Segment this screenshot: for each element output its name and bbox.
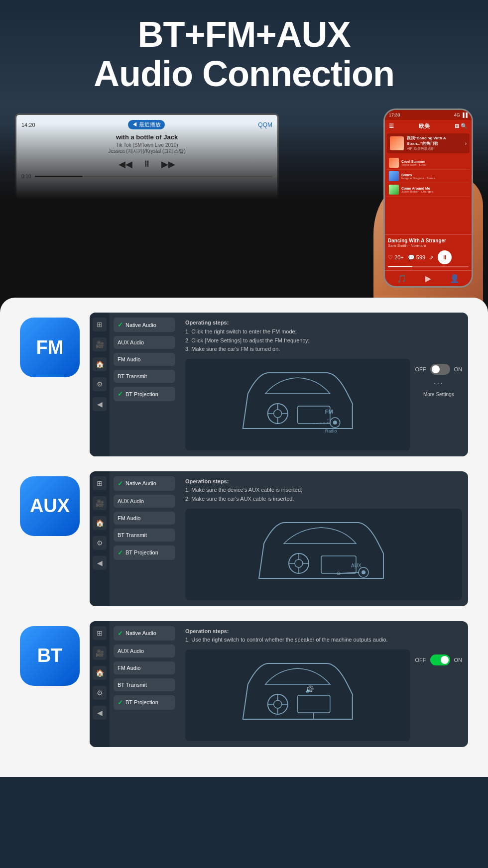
sidebar-back-icon[interactable]: ◀ xyxy=(93,556,107,570)
fm-native-audio-btn[interactable]: ✓ Native Audio xyxy=(114,318,175,332)
title-line1: BT+FM+AUX xyxy=(137,14,350,54)
share-icon[interactable]: ⇗ xyxy=(429,254,434,261)
aux-fm-audio-btn[interactable]: FM Audio xyxy=(114,512,175,525)
aux-sidebar: ⊞ 🎥 🏠 ⚙ ◀ xyxy=(90,471,110,606)
comment-icon[interactable]: 💬 599 xyxy=(408,254,425,261)
check-icon-2: ✓ xyxy=(118,699,123,706)
bt-native-audio-btn[interactable]: ✓ Native Audio xyxy=(114,626,175,641)
phone-search-icon[interactable]: ⊞ 🔍 xyxy=(455,123,468,129)
header: BT+FM+AUX Audio Connection xyxy=(0,0,488,104)
bt-toggle-off-label: OFF xyxy=(415,657,426,663)
nav-user-icon[interactable]: 👤 xyxy=(450,274,460,283)
fm-op-steps: Operating steps: 1. Click the right swit… xyxy=(185,319,462,353)
phone-bottom-nav[interactable]: 🎵 ▶ 👤 xyxy=(385,270,472,286)
aux-menu: ✓ Native Audio AUX Audio FM Audio BT Tra… xyxy=(110,471,179,606)
chevron-right-icon: › xyxy=(465,141,467,146)
bt-menu: ✓ Native Audio AUX Audio FM Audio BT Tra… xyxy=(110,621,179,747)
phone-progress-bar xyxy=(388,266,469,267)
fm-menu: ✓ Native Audio AUX Audio FM Audio BT Tra… xyxy=(110,313,179,456)
aux-bt-projection-btn[interactable]: ✓ BT Projection xyxy=(114,545,175,560)
bt-op-steps: Operation steps: 1. Use the right switch… xyxy=(185,627,462,645)
check-icon: ✓ xyxy=(118,321,123,328)
fm-more-settings[interactable]: More Settings xyxy=(423,392,454,397)
fm-label: FM xyxy=(20,318,80,377)
fm-panel: ⊞ 🎥 🏠 ⚙ ◀ ✓ Native Audio AUX Audio FM Au… xyxy=(90,313,468,456)
check-icon: ✓ xyxy=(118,480,123,487)
sidebar-copy-icon[interactable]: ⊞ xyxy=(93,626,107,640)
bt-panel: ⊞ 🎥 🏠 ⚙ ◀ ✓ Native Audio AUX Audio FM Au… xyxy=(90,621,468,747)
aux-native-audio-btn[interactable]: ✓ Native Audio xyxy=(114,476,175,491)
aux-panel: ⊞ 🎥 🏠 ⚙ ◀ ✓ Native Audio AUX Audio FM Au… xyxy=(90,471,468,606)
bt-toggle-area: OFF ON xyxy=(415,654,463,665)
check-icon-2: ✓ xyxy=(118,549,123,556)
list-item[interactable]: Cruel Summer Taylor Swift · Lover xyxy=(387,156,470,170)
aux-bt-transmit-btn[interactable]: BT Transmit xyxy=(114,529,175,542)
aux-aux-audio-btn[interactable]: AUX Audio xyxy=(114,495,175,508)
bt-bt-projection-btn[interactable]: ✓ BT Projection xyxy=(114,695,175,710)
sidebar-copy-icon[interactable]: ⊞ xyxy=(93,476,107,490)
svg-rect-31 xyxy=(298,695,330,713)
sidebar-copy-icon[interactable]: ⊞ xyxy=(93,318,107,331)
bt-toggle[interactable] xyxy=(430,654,450,665)
phone-menu-icon[interactable]: ☰ xyxy=(389,123,394,129)
fm-bt-transmit-btn[interactable]: BT Transmit xyxy=(114,370,175,383)
like-icon[interactable]: ♡ 20+ xyxy=(388,254,404,261)
nav-play-icon[interactable]: ▶ xyxy=(425,274,431,283)
svg-text:FM: FM xyxy=(325,409,333,415)
sidebar-settings-icon[interactable]: ⚙ xyxy=(93,377,107,391)
check-icon: ✓ xyxy=(118,630,123,637)
bt-section: BT ⊞ 🎥 🏠 ⚙ ◀ ✓ Native Audio AUX Audio xyxy=(20,621,468,747)
fm-bt-projection-btn[interactable]: ✓ BT Projection xyxy=(114,387,175,401)
sidebar-home-icon[interactable]: 🏠 xyxy=(93,516,107,530)
svg-point-26 xyxy=(274,700,282,708)
song-art-1 xyxy=(389,158,399,168)
fm-toggle-dots: ··· xyxy=(434,379,443,388)
fm-diagram: FM Radio ← xyxy=(185,359,410,450)
sidebar-video-icon[interactable]: 🎥 xyxy=(93,337,107,351)
phone-signal: 4G ▐▐ xyxy=(454,112,468,117)
svg-text:🔊: 🔊 xyxy=(305,685,314,694)
bt-aux-audio-btn[interactable]: AUX Audio xyxy=(114,645,175,657)
bt-label: BT xyxy=(20,626,80,686)
fm-sidebar: ⊞ 🎥 🏠 ⚙ ◀ xyxy=(90,313,110,456)
nav-home-icon[interactable]: 🎵 xyxy=(397,274,407,283)
sidebar-video-icon[interactable]: 🎥 xyxy=(93,496,107,510)
song-art-2 xyxy=(389,171,399,181)
fm-toggle-area: OFF ON ··· More Settings xyxy=(415,364,463,397)
bt-fm-audio-btn[interactable]: FM Audio xyxy=(114,661,175,674)
aux-label: AUX xyxy=(20,476,80,536)
play-button[interactable]: ⏸ xyxy=(438,250,452,264)
fm-toggle[interactable] xyxy=(430,364,450,375)
fm-aux-audio-btn[interactable]: AUX Audio xyxy=(114,336,175,349)
phone-album-sub: VIP-欧美热歌必听 xyxy=(407,146,465,151)
list-item[interactable]: Bones Imagine Dragons · Bones xyxy=(387,170,470,183)
svg-text:←: ← xyxy=(326,418,330,422)
fm-panel-content: Operating steps: 1. Click the right swit… xyxy=(179,313,468,456)
now-playing-artist: Sam Smith · Normani xyxy=(388,243,469,248)
aux-panel-content: Operation steps: 1. Make sure the device… xyxy=(179,471,468,606)
fm-fm-audio-btn[interactable]: FM Audio xyxy=(114,353,175,366)
phone-progress-fill xyxy=(388,266,412,267)
fm-section: FM ⊞ 🎥 🏠 ⚙ ◀ ✓ Native Audio AUX Audio xyxy=(20,313,468,456)
phone-time: 17:30 xyxy=(389,112,400,117)
svg-text:AUX: AUX xyxy=(351,563,362,568)
fm-toggle-off-label: OFF xyxy=(415,366,426,372)
svg-point-21 xyxy=(362,570,366,574)
sidebar-back-icon[interactable]: ◀ xyxy=(93,397,107,411)
sidebar-settings-icon[interactable]: ⚙ xyxy=(93,536,107,550)
bt-diagram: 🔊 xyxy=(185,650,410,741)
list-item[interactable]: Come Around Me Justin Bieber · Changes xyxy=(387,183,470,197)
aux-op-steps: Operation steps: 1. Make sure the device… xyxy=(185,477,462,504)
sidebar-back-icon[interactable]: ◀ xyxy=(93,706,107,720)
car-section: 14:20 ◀ 最近播放 QQM with a bottle of Jack T… xyxy=(0,104,488,313)
bt-bt-transmit-btn[interactable]: BT Transmit xyxy=(114,678,175,691)
svg-text:Radio: Radio xyxy=(325,429,337,434)
svg-point-14 xyxy=(295,559,303,567)
sidebar-video-icon[interactable]: 🎥 xyxy=(93,646,107,660)
sidebar-home-icon[interactable]: 🏠 xyxy=(93,666,107,680)
sidebar-home-icon[interactable]: 🏠 xyxy=(93,357,107,371)
aux-diagram: AUX xyxy=(185,509,462,600)
phone-album-row[interactable]: 跟我"Dancing With A Stran..."的热门歌 VIP-欧美热歌… xyxy=(387,133,470,153)
sidebar-settings-icon[interactable]: ⚙ xyxy=(93,686,107,700)
phone-header-label: 欧美 xyxy=(419,122,430,130)
